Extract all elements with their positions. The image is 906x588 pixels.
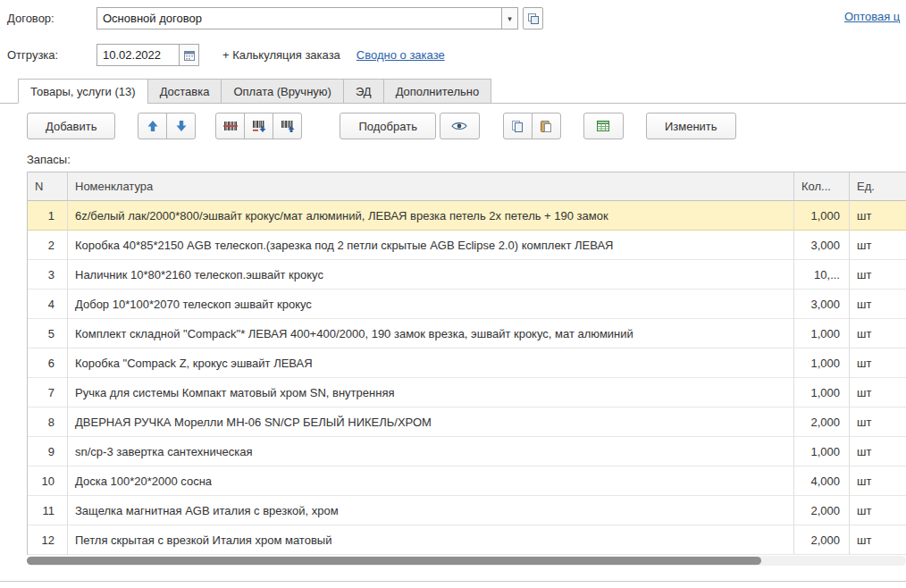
spreadsheet-icon bbox=[596, 120, 610, 132]
spreadsheet-button[interactable] bbox=[583, 113, 624, 139]
tab[interactable]: Дополнительно bbox=[383, 79, 492, 104]
row-quantity: 1,000 bbox=[794, 378, 850, 407]
table-row[interactable]: 1 6z/белый лак/2000*800/эшвайт крокус/ма… bbox=[28, 201, 906, 231]
barcode-scan-button[interactable] bbox=[215, 113, 245, 139]
shipment-date-group bbox=[96, 44, 199, 66]
row-nomenclature: Комплект складной "Compack"* ЛЕВАЯ 400+4… bbox=[68, 319, 794, 349]
edit-button[interactable]: Изменить bbox=[646, 113, 736, 139]
row-quantity: 3,000 bbox=[794, 231, 850, 260]
inventory-table: N Номенклатура Кол... Ед. 1 6z/белый лак… bbox=[27, 172, 906, 555]
row-unit: шт bbox=[850, 407, 906, 437]
tab[interactable]: Товары, услуги (13) bbox=[18, 79, 148, 104]
row-number: 2 bbox=[28, 231, 68, 260]
clipboard-buttons-group bbox=[503, 113, 561, 139]
row-number: 4 bbox=[28, 290, 68, 319]
row-number: 1 bbox=[28, 201, 68, 231]
order-form: Договор: ▾ Оптовая ц Отгрузка: + Калькул… bbox=[0, 0, 906, 588]
row-nomenclature: Ручка для системы Компакт матовый хром S… bbox=[68, 378, 794, 407]
row-quantity: 1,000 bbox=[794, 437, 850, 466]
row-quantity: 10,... bbox=[794, 260, 850, 290]
contract-field-group: ▾ bbox=[96, 7, 543, 29]
barcode-input-button[interactable] bbox=[244, 113, 273, 139]
table-body: 1 6z/белый лак/2000*800/эшвайт крокус/ма… bbox=[28, 201, 906, 555]
move-buttons-group bbox=[138, 113, 196, 139]
table-row[interactable]: 12 Петля скрытая с врезкой Италия хром м… bbox=[28, 525, 906, 555]
table-row[interactable]: 9 sn/ср-3 завертка сантехническая 1,000 … bbox=[28, 437, 906, 466]
scrollbar-thumb[interactable] bbox=[27, 557, 761, 565]
contract-row: Договор: ▾ Оптовая ц bbox=[7, 7, 906, 29]
order-calculation-text[interactable]: + Калькуляция заказа bbox=[222, 48, 340, 62]
column-header-n[interactable]: N bbox=[28, 172, 68, 201]
row-number: 12 bbox=[28, 525, 68, 555]
row-number: 9 bbox=[28, 437, 68, 466]
paste-icon bbox=[540, 120, 552, 132]
calendar-icon bbox=[183, 49, 196, 62]
pick-button[interactable]: Подобрать bbox=[340, 113, 435, 139]
row-nomenclature: Петля скрытая с врезкой Италия хром мато… bbox=[68, 525, 794, 555]
row-number: 6 bbox=[28, 349, 68, 378]
table-row[interactable]: 10 Доска 100*20*2000 сосна 4,000 шт bbox=[28, 466, 906, 496]
move-down-button[interactable] bbox=[166, 113, 196, 139]
row-nomenclature: ДВЕРНАЯ РУЧКА Морелли MH-06 SN/CP БЕЛЫЙ … bbox=[68, 407, 794, 437]
row-quantity: 4,000 bbox=[794, 466, 850, 496]
row-nomenclature: Коробка 40*85*2150 AGB телескоп.(зарезка… bbox=[68, 231, 794, 260]
column-header-qty[interactable]: Кол... bbox=[794, 172, 850, 201]
eye-icon bbox=[451, 121, 467, 131]
barcode-load-button[interactable] bbox=[273, 113, 302, 139]
paste-button[interactable] bbox=[532, 113, 561, 139]
copy-icon bbox=[511, 120, 524, 132]
barcode-scan-icon bbox=[223, 119, 238, 133]
calendar-button[interactable] bbox=[179, 44, 199, 66]
inventory-section-label: Запасы: bbox=[27, 153, 906, 166]
table-row[interactable]: 3 Наличник 10*80*2160 телескоп.эшвайт кр… bbox=[28, 260, 906, 290]
row-unit: шт bbox=[850, 525, 906, 555]
row-number: 7 bbox=[28, 378, 68, 407]
table-row[interactable]: 2 Коробка 40*85*2150 AGB телескоп.(зарез… bbox=[28, 231, 906, 260]
horizontal-scrollbar[interactable] bbox=[27, 556, 906, 566]
row-quantity: 1,000 bbox=[794, 349, 850, 378]
table-row[interactable]: 5 Комплект складной "Compack"* ЛЕВАЯ 400… bbox=[28, 319, 906, 349]
toolbar: Добавить Подобрать bbox=[27, 113, 906, 139]
row-quantity: 3,000 bbox=[794, 290, 850, 319]
row-nomenclature: Добор 10*100*2070 телескоп эшвайт крокус bbox=[68, 290, 794, 319]
copy-button[interactable] bbox=[503, 113, 533, 139]
row-unit: шт bbox=[850, 201, 906, 231]
row-unit: шт bbox=[850, 231, 906, 260]
table-row[interactable]: 8 ДВЕРНАЯ РУЧКА Морелли MH-06 SN/CP БЕЛЫ… bbox=[28, 407, 906, 437]
column-header-name[interactable]: Номенклатура bbox=[68, 172, 794, 201]
row-quantity: 2,000 bbox=[794, 407, 850, 437]
row-quantity: 2,000 bbox=[794, 525, 850, 555]
table-row[interactable]: 6 Коробка "Compack Z, крокус эшвайт ЛЕВА… bbox=[28, 349, 906, 378]
row-number: 11 bbox=[28, 496, 68, 525]
column-header-unit[interactable]: Ед. bbox=[850, 172, 906, 201]
row-unit: шт bbox=[850, 349, 906, 378]
form-bottom-divider bbox=[0, 581, 906, 582]
chevron-down-icon: ▾ bbox=[508, 14, 512, 23]
contract-input[interactable] bbox=[96, 7, 501, 29]
table-row[interactable]: 4 Добор 10*100*2070 телескоп эшвайт крок… bbox=[28, 290, 906, 319]
row-quantity: 2,000 bbox=[794, 496, 850, 525]
tab[interactable]: Доставка bbox=[147, 79, 222, 104]
table-row[interactable]: 7 Ручка для системы Компакт матовый хром… bbox=[28, 378, 906, 407]
tab[interactable]: ЭД bbox=[343, 79, 384, 104]
wholesale-price-link[interactable]: Оптовая ц bbox=[844, 10, 900, 23]
order-summary-link[interactable]: Сводно о заказе bbox=[357, 48, 445, 62]
contract-dropdown-button[interactable]: ▾ bbox=[501, 7, 518, 29]
row-unit: шт bbox=[850, 319, 906, 349]
row-number: 8 bbox=[28, 407, 68, 437]
shipment-date-input[interactable] bbox=[96, 44, 179, 66]
row-number: 10 bbox=[28, 466, 68, 496]
row-quantity: 1,000 bbox=[794, 319, 850, 349]
row-number: 3 bbox=[28, 260, 68, 290]
add-button[interactable]: Добавить bbox=[27, 113, 115, 139]
contract-open-button[interactable] bbox=[523, 7, 543, 29]
open-icon bbox=[527, 13, 540, 25]
row-unit: шт bbox=[850, 437, 906, 466]
row-unit: шт bbox=[850, 260, 906, 290]
shipment-label: Отгрузка: bbox=[7, 48, 96, 62]
table-row[interactable]: 11 Защелка магнитная AGB италия с врезко… bbox=[28, 496, 906, 525]
move-up-button[interactable] bbox=[138, 113, 167, 139]
tab[interactable]: Оплата (Вручную) bbox=[221, 79, 343, 104]
contract-label: Договор: bbox=[7, 12, 96, 25]
view-button[interactable] bbox=[440, 113, 480, 139]
